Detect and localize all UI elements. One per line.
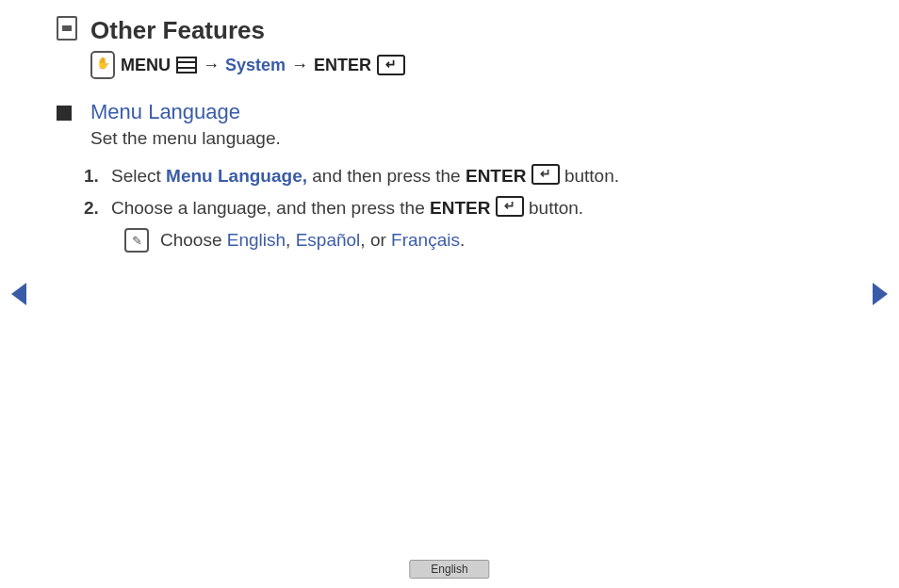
bookmark-icon (57, 16, 77, 41)
section-title: Menu Language (90, 100, 240, 124)
section-description: Set the menu language. (90, 128, 842, 149)
enter-label: ENTER (430, 198, 490, 218)
prev-page-button[interactable] (11, 283, 26, 305)
breadcrumb-system: System (225, 56, 286, 75)
note-icon: ✎ (124, 228, 149, 253)
menu-label: MENU (121, 56, 171, 75)
step-text: and then press the (307, 166, 466, 186)
step-text: Choose a language, and then press the (111, 198, 430, 218)
square-bullet-icon (57, 106, 72, 121)
menu-icon (176, 57, 197, 74)
step-text: Select (111, 166, 166, 186)
language-francais: Français (391, 230, 460, 250)
remote-icon: ✋ (90, 51, 115, 79)
note-text: Choose English, Español, or Français. (160, 230, 465, 251)
step-1: Select Menu Language, and then press the… (104, 164, 842, 187)
step-text: button. (560, 166, 619, 186)
next-page-button[interactable] (873, 283, 888, 305)
arrow-icon: → (203, 56, 220, 75)
note-sep: , (286, 230, 296, 250)
note-row: ✎ Choose English, Español, or Français. (124, 228, 842, 253)
enter-icon (377, 55, 405, 75)
note-suffix: . (460, 230, 465, 250)
enter-icon (531, 164, 560, 185)
language-espanol: Español (296, 230, 361, 250)
enter-label: ENTER (466, 166, 526, 186)
language-english: English (227, 230, 286, 250)
step-text: button. (524, 198, 583, 218)
footer-language-button[interactable]: English (409, 560, 489, 579)
step-2: Choose a language, and then press the EN… (104, 196, 842, 219)
enter-label: ENTER (314, 56, 371, 75)
arrow-icon: → (291, 56, 308, 75)
note-sep: , or (360, 230, 391, 250)
menu-language-link: Menu Language, (166, 166, 307, 186)
breadcrumb: ✋ MENU → System → ENTER (90, 51, 842, 79)
enter-icon (496, 196, 524, 217)
page-title: Other Features (90, 16, 265, 45)
note-prefix: Choose (160, 230, 227, 250)
